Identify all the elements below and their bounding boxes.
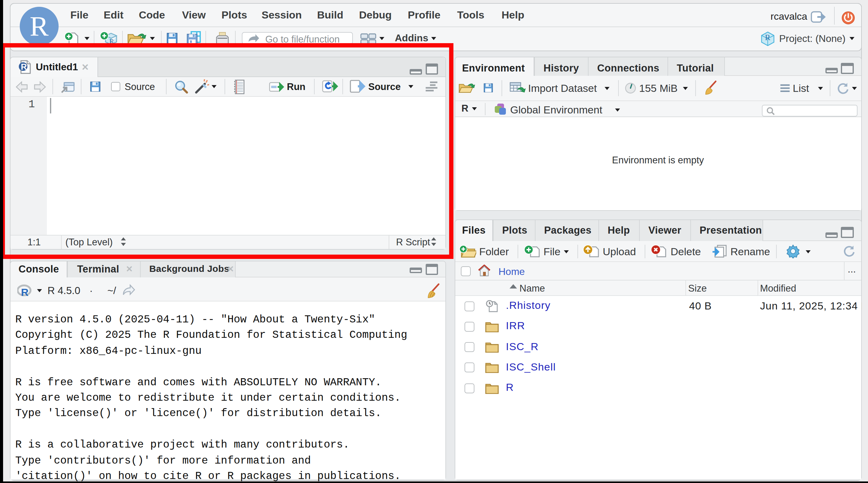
svg-text:R: R: [21, 286, 29, 298]
svg-text:R: R: [765, 33, 771, 42]
